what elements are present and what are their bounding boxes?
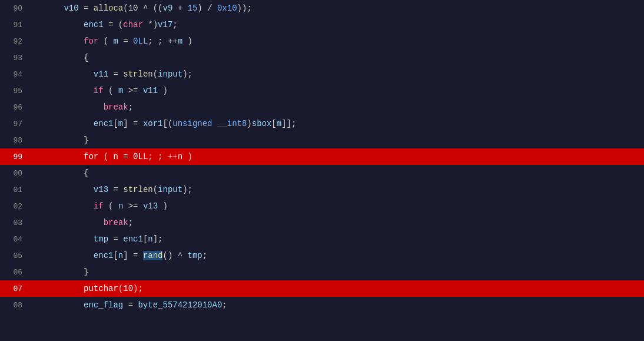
line-num-101: 01 xyxy=(0,186,29,194)
line-num-95: 95 xyxy=(0,87,29,95)
line-num-100: 00 xyxy=(0,169,29,178)
line-num-99: 99 xyxy=(0,153,29,161)
code-line-105: 05 enc1[n] = rand() ^ tmp; xyxy=(0,247,644,264)
line-num-93: 93 xyxy=(0,54,29,62)
line-num-98: 98 xyxy=(0,136,29,145)
line-content-108: enc_flag = byte_5574212010A0; xyxy=(29,280,227,330)
line-num-96: 96 xyxy=(0,103,29,112)
code-line-97: 97 enc1[m] = xor1[(unsigned __int8)sbox[… xyxy=(0,115,644,132)
line-num-92: 92 xyxy=(0,37,29,46)
line-num-90: 90 xyxy=(0,4,29,13)
line-num-102: 02 xyxy=(0,202,29,211)
code-editor: 90 v10 = alloca(10 ^ ((v9 + 15) / 0x10))… xyxy=(0,0,644,341)
line-num-107: 07 xyxy=(0,284,29,293)
line-num-94: 94 xyxy=(0,70,29,79)
code-line-99: 99 for ( n = 0LL; ; ++n ) xyxy=(0,148,644,165)
line-num-103: 03 xyxy=(0,218,29,227)
line-num-91: 91 xyxy=(0,21,29,29)
line-num-104: 04 xyxy=(0,235,29,244)
code-line-108: 08 enc_flag = byte_5574212010A0; xyxy=(0,297,644,313)
code-line-92: 92 for ( m = 0LL; ; ++m ) xyxy=(0,33,644,49)
line-num-106: 06 xyxy=(0,268,29,277)
line-num-108: 08 xyxy=(0,301,29,310)
line-num-97: 97 xyxy=(0,120,29,128)
line-num-105: 05 xyxy=(0,251,29,260)
